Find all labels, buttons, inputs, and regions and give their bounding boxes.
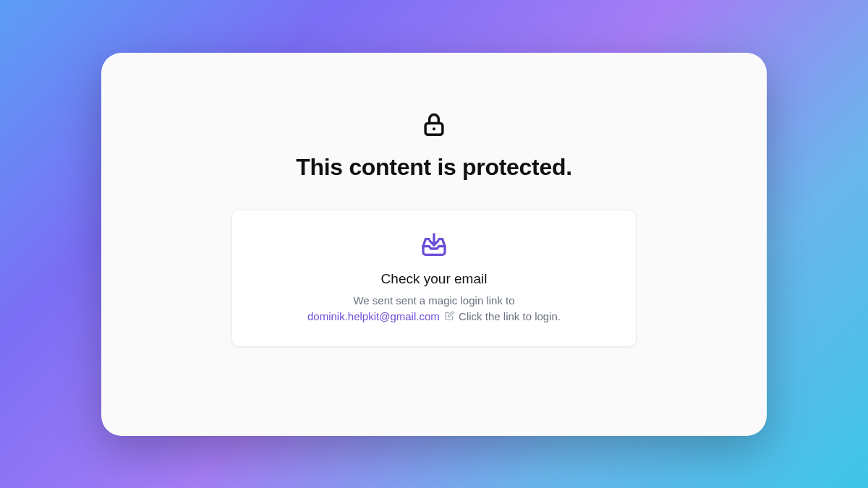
edit-icon[interactable] [444,309,454,326]
message-before: We sent sent a magic login link to [353,294,514,307]
card-title: Check your email [381,271,488,287]
svg-point-1 [433,127,435,130]
protected-content-window: This content is protected. Check your em… [101,53,767,436]
message-after: Click the link to login. [459,310,561,322]
email-card: Check your email We sent sent a magic lo… [231,210,637,347]
email-link[interactable]: dominik.helpkit@gmail.com [307,310,440,322]
card-message: We sent sent a magic login link to domin… [307,293,561,326]
lock-icon [420,111,448,141]
inbox-download-icon [420,231,448,262]
page-title: This content is protected. [296,154,572,181]
